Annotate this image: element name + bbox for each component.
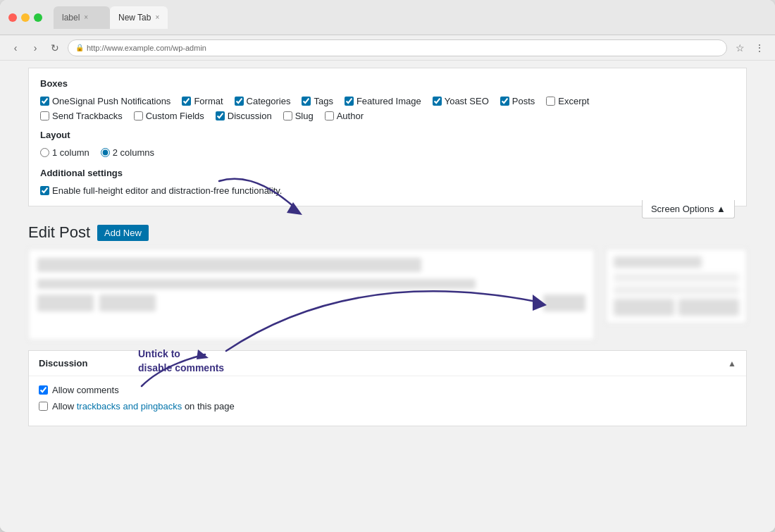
radio-2col-label: 2 columns — [113, 147, 154, 158]
checkbox-author-label: Author — [337, 111, 364, 121]
add-new-button[interactable]: Add New — [97, 225, 149, 241]
tab-close-icon[interactable]: × — [84, 13, 88, 21]
checkbox-featured-image-input[interactable] — [345, 97, 354, 106]
checkbox-fullheight-label: Enable full-height editor and distractio… — [52, 185, 282, 196]
checkbox-format[interactable]: Format — [182, 96, 223, 106]
checkbox-custom-fields[interactable]: Custom Fields — [134, 111, 204, 121]
blurred-pill-1 — [37, 295, 94, 311]
checkbox-author-input[interactable] — [325, 111, 334, 120]
checkbox-discussion-input[interactable] — [216, 111, 225, 120]
tab-new[interactable]: New Tab × — [110, 6, 168, 29]
browser-toolbar: ‹ › ↻ 🔒 http://www.example.com/wp-admin … — [0, 35, 775, 61]
tab-label[interactable]: label × — [54, 6, 110, 29]
checkboxes-row-1: OneSignal Push Notifications Format Cate… — [40, 96, 735, 106]
checkbox-yoast[interactable]: Yoast SEO — [433, 96, 489, 106]
checkbox-discussion[interactable]: Discussion — [216, 111, 272, 121]
sidebar-box-line-1 — [614, 273, 739, 282]
checkbox-tags[interactable]: Tags — [302, 96, 333, 106]
post-sidebar — [606, 249, 747, 340]
browser-titlebar: label × New Tab × — [0, 0, 775, 35]
checkbox-author[interactable]: Author — [325, 111, 364, 121]
allow-trackbacks-label: Allow trackbacks and pingbacks on this p… — [52, 401, 235, 412]
checkbox-posts-input[interactable] — [500, 97, 509, 106]
bottom-spacer — [0, 426, 775, 447]
layout-section: Layout 1 column 2 columns — [40, 130, 735, 158]
close-window-btn[interactable] — [8, 13, 17, 22]
checkbox-slug[interactable]: Slug — [283, 111, 314, 121]
checkbox-send-trackbacks[interactable]: Send Trackbacks — [40, 111, 123, 121]
address-bar[interactable]: 🔒 http://www.example.com/wp-admin — [68, 39, 727, 56]
checkbox-discussion-label: Discussion — [228, 111, 272, 121]
forward-button[interactable]: › — [28, 41, 42, 55]
checkbox-custom-fields-label: Custom Fields — [146, 111, 204, 121]
checkbox-excerpt-input[interactable] — [546, 97, 555, 106]
allow-trackbacks-checkbox[interactable] — [39, 402, 48, 411]
checkbox-posts-label: Posts — [512, 96, 535, 106]
additional-settings-section: Additional settings Enable full-height e… — [40, 168, 735, 196]
radio-2col-input[interactable] — [101, 148, 110, 157]
sidebar-box-title-1 — [614, 256, 702, 268]
tabs-area: label × New Tab × — [54, 6, 767, 29]
layout-section-title: Layout — [40, 130, 735, 140]
checkbox-send-trackbacks-label: Send Trackbacks — [52, 111, 123, 121]
post-editor-area — [28, 249, 595, 340]
checkbox-tags-input[interactable] — [302, 97, 311, 106]
checkbox-onesignal-label: OneSignal Push Notifications — [52, 96, 170, 106]
traffic-lights — [8, 13, 42, 22]
maximize-window-btn[interactable] — [34, 13, 42, 22]
screen-options-panel: Boxes OneSignal Push Notifications Forma… — [28, 68, 747, 206]
tab-new-close-icon[interactable]: × — [155, 13, 159, 21]
layout-radio-group: 1 column 2 columns — [40, 147, 735, 158]
blurred-pill-2 — [99, 295, 156, 311]
checkbox-categories[interactable]: Categories — [235, 96, 291, 106]
radio-1col-label: 1 column — [52, 147, 89, 158]
checkbox-onesignal[interactable]: OneSignal Push Notifications — [40, 96, 170, 106]
checkbox-fullheight[interactable]: Enable full-height editor and distractio… — [40, 185, 282, 196]
checkbox-categories-input[interactable] — [235, 97, 244, 106]
sidebar-box-actions-1 — [614, 299, 739, 316]
radio-1col-input[interactable] — [40, 148, 49, 157]
back-button[interactable]: ‹ — [8, 41, 23, 55]
radio-2col[interactable]: 2 columns — [101, 147, 154, 158]
checkbox-onesignal-input[interactable] — [40, 97, 49, 106]
additional-settings-row: Enable full-height editor and distractio… — [40, 185, 735, 196]
discussion-title: Discussion — [39, 358, 87, 369]
checkbox-slug-input[interactable] — [283, 111, 292, 120]
checkbox-custom-fields-input[interactable] — [134, 111, 143, 120]
discussion-body: Allow comments Allow trackbacks and ping… — [29, 376, 746, 426]
allow-comments-item: Allow comments — [39, 385, 736, 395]
checkbox-yoast-input[interactable] — [433, 97, 442, 106]
checkbox-featured-image[interactable]: Featured Image — [345, 96, 421, 106]
collapse-arrow-icon[interactable]: ▲ — [728, 359, 736, 369]
bookmark-icon[interactable]: ☆ — [733, 41, 747, 55]
checkbox-slug-label: Slug — [295, 111, 314, 121]
radio-1col[interactable]: 1 column — [40, 147, 89, 158]
checkbox-format-label: Format — [194, 96, 223, 106]
tab-new-text: New Tab — [118, 13, 151, 23]
checkbox-posts[interactable]: Posts — [500, 96, 535, 106]
checkboxes-row-2: Send Trackbacks Custom Fields Discussion… — [40, 111, 735, 121]
screen-options-button[interactable]: Screen Options ▲ — [642, 200, 735, 218]
allow-comments-checkbox[interactable] — [39, 385, 48, 395]
checkbox-fullheight-input[interactable] — [40, 186, 49, 195]
screen-options-btn-area: Screen Options ▲ — [642, 200, 735, 218]
checkbox-excerpt-label: Excerpt — [558, 96, 589, 106]
trackbacks-link[interactable]: trackbacks and pingbacks — [77, 401, 182, 412]
menu-icon[interactable]: ⋮ — [752, 41, 767, 55]
post-title-blurred — [37, 258, 421, 272]
boxes-section-title: Boxes — [40, 78, 735, 89]
checkbox-format-input[interactable] — [182, 97, 191, 106]
tab-label-text: label — [62, 13, 80, 23]
allow-trackbacks-item: Allow trackbacks and pingbacks on this p… — [39, 401, 736, 412]
checkbox-excerpt[interactable]: Excerpt — [546, 96, 589, 106]
wp-page: Boxes OneSignal Push Notifications Forma… — [0, 61, 775, 532]
main-content-area — [0, 249, 775, 340]
checkbox-send-trackbacks-input[interactable] — [40, 111, 49, 120]
discussion-header[interactable]: Discussion ▲ — [29, 351, 746, 376]
post-meta-count — [543, 295, 585, 311]
address-text: http://www.example.com/wp-admin — [87, 44, 206, 52]
minimize-window-btn[interactable] — [21, 13, 30, 22]
refresh-button[interactable]: ↻ — [48, 41, 62, 55]
post-actions-blurred — [37, 295, 585, 311]
checkbox-tags-label: Tags — [314, 96, 333, 106]
